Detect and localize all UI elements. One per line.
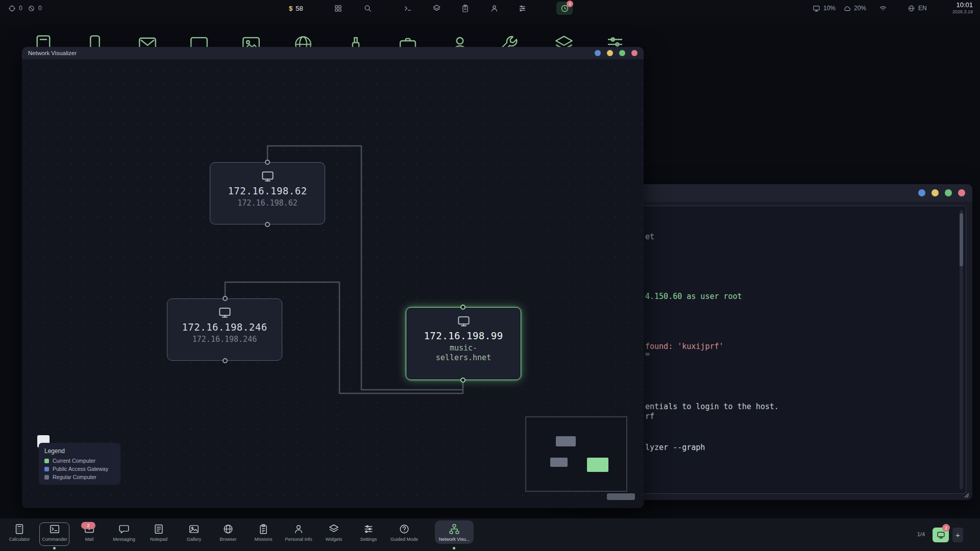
network-visualizer-window[interactable]: Network Visualizer 172.16.198.62 172.16.… bbox=[22, 47, 644, 508]
counter-b-value: 0 bbox=[38, 5, 42, 12]
connection-dot bbox=[265, 222, 270, 227]
monitor-icon bbox=[937, 531, 945, 539]
running-indicator-commander bbox=[53, 547, 56, 549]
calculator-icon bbox=[14, 523, 25, 535]
notepad-icon bbox=[153, 523, 164, 535]
window-resize-handle[interactable] bbox=[607, 493, 635, 500]
connection-dot bbox=[460, 305, 465, 310]
terminal-button[interactable] bbox=[404, 0, 412, 16]
layers-icon bbox=[432, 4, 441, 13]
counter-a: 0 bbox=[8, 0, 22, 16]
cloud-icon bbox=[843, 5, 851, 12]
taskbar: Calculator Commander Mail Messaging Note… bbox=[0, 518, 980, 551]
terminal-line: found: 'kuxijprf' bbox=[645, 342, 724, 351]
taskbar-item-gallery[interactable]: Gallery bbox=[179, 521, 209, 548]
taskbar-item-missions[interactable]: Missions bbox=[248, 521, 279, 548]
layers-icon bbox=[328, 523, 339, 535]
node-ip: 172.16.198.99 bbox=[406, 330, 521, 341]
gallery-icon bbox=[188, 523, 200, 535]
network-window-titlebar[interactable]: Network Visualizer bbox=[22, 47, 644, 59]
terminal-icon bbox=[404, 4, 412, 13]
taskbar-item-network-visualizer[interactable]: Network Visu... bbox=[439, 521, 470, 548]
taskbar-item-personal-info[interactable]: Personal Info bbox=[283, 521, 314, 548]
minimap-node bbox=[556, 436, 576, 446]
globe-icon bbox=[223, 523, 234, 535]
widgets-button[interactable] bbox=[432, 0, 441, 16]
terminal-scrollbar-thumb[interactable] bbox=[960, 213, 963, 266]
network-node[interactable]: 172.16.198.62 172.16.198.62 bbox=[210, 162, 325, 224]
help-icon bbox=[399, 523, 410, 535]
window-button-blue[interactable] bbox=[595, 50, 601, 56]
taskbar-item-settings[interactable]: Settings bbox=[353, 521, 384, 548]
window-button-pink[interactable] bbox=[631, 50, 638, 56]
taskbar-item-commander[interactable]: Commander bbox=[39, 521, 70, 548]
apps-grid-button[interactable] bbox=[334, 0, 342, 16]
storage-value: 20% bbox=[854, 5, 866, 12]
language-indicator[interactable]: EN bbox=[908, 0, 927, 16]
computer-icon bbox=[167, 306, 282, 319]
clipboard-icon bbox=[258, 523, 269, 535]
computer-icon bbox=[210, 169, 325, 183]
clock-display: 10:01 2026.3.19 bbox=[952, 1, 973, 14]
window-button-green[interactable] bbox=[619, 50, 625, 56]
chat-icon bbox=[118, 523, 130, 535]
monitor-icon bbox=[813, 5, 820, 12]
taskbar-item-calculator[interactable]: Calculator bbox=[4, 521, 35, 548]
terminal-line: entials to login to the host. bbox=[645, 402, 779, 411]
cpu-value: 10% bbox=[823, 5, 836, 12]
taskbar-item-notepad[interactable]: Notepad bbox=[143, 521, 174, 548]
legend-panel: Legend Current Computer Public Access Ga… bbox=[39, 443, 120, 485]
taskbar-item-messaging[interactable]: Messaging bbox=[109, 521, 139, 548]
person-icon bbox=[293, 523, 304, 535]
settings-button[interactable] bbox=[518, 0, 527, 16]
window-button-blue[interactable] bbox=[918, 189, 925, 196]
legend-swatch-current bbox=[44, 459, 49, 463]
terminal-line: rf bbox=[645, 412, 654, 421]
crosshair-icon bbox=[8, 5, 16, 12]
taskbar-item-browser[interactable]: Browser bbox=[213, 521, 243, 548]
window-button-green[interactable] bbox=[945, 189, 952, 196]
node-hostname: music-sellers.hnet bbox=[423, 343, 504, 363]
legend-swatch-gateway bbox=[44, 467, 49, 471]
date-value: 2026.3.19 bbox=[952, 9, 973, 15]
terminal-resize-handle[interactable] bbox=[963, 492, 969, 498]
user-icon bbox=[490, 4, 499, 13]
connection-dot bbox=[223, 296, 228, 301]
computer-icon bbox=[406, 314, 521, 328]
minimap[interactable] bbox=[525, 416, 627, 492]
minimap-node bbox=[550, 458, 568, 467]
terminal-window-icon bbox=[49, 523, 60, 535]
window-button-pink[interactable] bbox=[958, 189, 965, 196]
top-status-bar: 0 0 $ 58 1 10% 20% bbox=[0, 0, 980, 16]
network-canvas[interactable]: 172.16.198.62 172.16.198.62 172.16.198.2… bbox=[22, 59, 644, 508]
window-button-yellow[interactable] bbox=[932, 189, 939, 196]
money-amount: 58 bbox=[296, 5, 303, 12]
network-icon bbox=[449, 523, 460, 535]
network-node[interactable]: 172.16.198.246 172.16.198.246 bbox=[167, 298, 282, 361]
profile-button[interactable] bbox=[490, 0, 499, 16]
network-node-current[interactable]: 172.16.198.99 music-sellers.hnet bbox=[406, 307, 521, 380]
window-title: Network Visualizer bbox=[28, 50, 77, 56]
sliders-icon bbox=[518, 4, 527, 13]
connection-dot bbox=[265, 160, 270, 165]
search-button[interactable] bbox=[363, 0, 372, 16]
search-icon bbox=[363, 4, 372, 13]
node-hostname: 172.16.198.246 bbox=[184, 335, 265, 344]
connection-dot bbox=[223, 358, 228, 363]
add-desktop-button[interactable]: + bbox=[952, 528, 963, 542]
legend-title: Legend bbox=[44, 447, 115, 455]
taskbar-item-widgets[interactable]: Widgets bbox=[318, 521, 349, 548]
node-hostname: 172.16.198.62 bbox=[227, 198, 308, 208]
connection-dot bbox=[460, 378, 465, 383]
cpu-indicator: 10% bbox=[813, 0, 836, 16]
wifi-indicator bbox=[879, 0, 887, 16]
timer-badge: 1 bbox=[567, 1, 573, 7]
wifi-icon bbox=[879, 4, 887, 12]
clipboard-icon bbox=[461, 4, 470, 13]
node-ip: 172.16.198.246 bbox=[167, 321, 282, 333]
legend-item: Current Computer bbox=[44, 458, 115, 464]
language-value: EN bbox=[918, 5, 927, 12]
missions-button[interactable] bbox=[461, 0, 470, 16]
taskbar-item-guided-mode[interactable]: Guided Mode bbox=[389, 521, 420, 548]
window-button-yellow[interactable] bbox=[607, 50, 613, 56]
